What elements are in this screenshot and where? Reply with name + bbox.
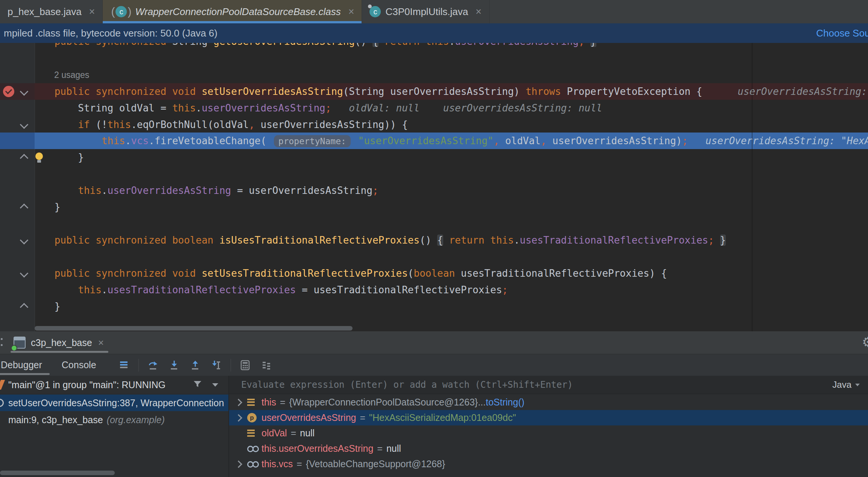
equals-sign: =: [280, 397, 286, 408]
tab-label: Console: [62, 360, 96, 370]
code-line: }: [31, 199, 60, 215]
evaluate-expression-button[interactable]: [238, 358, 252, 372]
code-token: userOverridesAsString): [546, 135, 682, 146]
frame-row[interactable]: setUserOverridesAsString:387, WrapperCon…: [0, 395, 228, 411]
code-token: }: [720, 235, 726, 246]
language-selector[interactable]: Java: [832, 379, 860, 390]
fold-down-icon[interactable]: [20, 120, 29, 129]
toolbar-separator: [231, 359, 231, 372]
value-icon: [247, 399, 255, 406]
close-icon[interactable]: ×: [348, 7, 354, 17]
code-token: propertyName:: [274, 135, 351, 147]
code-token: oldVal: [499, 135, 541, 146]
code-token: if: [78, 119, 96, 130]
tab-debugger[interactable]: Debugger: [0, 354, 44, 376]
class-icon: (: [111, 5, 115, 18]
code-editor[interactable]: public synchronized String getUserOverri…: [0, 23, 868, 331]
code-token: boolean: [414, 268, 455, 279]
code-line: this.usesTraditionalReflectiveProxies = …: [31, 282, 508, 298]
close-icon[interactable]: ×: [98, 337, 104, 349]
code-token: .: [102, 284, 108, 296]
expand-chevron-icon[interactable]: [235, 414, 242, 422]
equals-sign: =: [291, 428, 296, 439]
variable-kind-slot: [247, 430, 261, 437]
frame-row[interactable]: main:9, c3p_hex_base(org.example): [0, 411, 228, 428]
code-line: String oldVal = this.userOverridesAsStri…: [31, 100, 602, 116]
debug-tool-window: c3p_hex_base × Debugger Console "main"@1…: [0, 331, 868, 477]
watch-icon: [247, 461, 259, 467]
variable-row[interactable]: this={WrapperConnectionPoolDataSource@12…: [229, 395, 868, 410]
view-options-icon: [119, 360, 130, 371]
code-token: this: [78, 185, 102, 196]
run-to-cursor-icon: [211, 360, 222, 371]
fold-up-icon[interactable]: [20, 204, 29, 212]
breakpoint-icon[interactable]: [3, 86, 14, 97]
fold-down-icon[interactable]: [20, 236, 29, 245]
fold-up-icon[interactable]: [20, 154, 29, 163]
debug-session-tab[interactable]: c3p_hex_base ×: [14, 331, 104, 354]
code-token: return: [449, 235, 490, 246]
code-token: = usesTraditionalReflectiveProxies: [296, 284, 502, 296]
tab-c3p0implutils-java[interactable]: c C3P0ImplUtils.java ×: [362, 0, 489, 23]
variable-row[interactable]: oldVal=null: [229, 425, 868, 441]
code-token: }: [55, 301, 61, 312]
code-token: [714, 235, 720, 246]
gear-icon[interactable]: [862, 334, 868, 350]
code-token: userOverridesAsString: [202, 102, 325, 114]
code-token: this: [108, 119, 131, 130]
choose-sources-link[interactable]: Choose Sour: [816, 27, 868, 39]
frames-horizontal-scrollbar[interactable]: [0, 471, 115, 475]
step-out-button[interactable]: [188, 358, 202, 372]
step-over-button[interactable]: [146, 358, 160, 372]
equals-sign: =: [296, 459, 302, 469]
modified-dot-icon: [368, 5, 372, 8]
tab-hex-base-java[interactable]: p_hex_base.java ×: [0, 0, 103, 23]
tab-console[interactable]: Console: [59, 354, 99, 376]
fold-up-icon[interactable]: [20, 303, 29, 312]
code-token: [352, 135, 358, 146]
value-icon: [247, 430, 255, 437]
code-token: .fireVetoableChange(: [149, 135, 272, 146]
code-token: setUserOverridesAsString: [202, 86, 343, 97]
close-icon[interactable]: ×: [476, 7, 482, 17]
tool-window-header: c3p_hex_base ×: [0, 331, 868, 354]
fold-down-icon[interactable]: [20, 269, 29, 278]
decompiled-class-banner: mpiled .class file, bytecode version: 50…: [0, 23, 868, 43]
code-token: (String userOverridesAsString): [343, 86, 526, 97]
variable-row[interactable]: this.vcs={VetoableChangeSupport@1268}: [229, 456, 868, 472]
evaluate-input[interactable]: Evaluate expression (Enter) or add a wat…: [241, 379, 832, 390]
class-icon: ): [128, 5, 131, 18]
bulb-icon[interactable]: [35, 152, 43, 160]
code-token: ;: [325, 102, 331, 114]
equals-sign: =: [377, 443, 383, 454]
thread-selector[interactable]: "main"@1 in group "main": RUNNING: [0, 376, 228, 394]
tab-wrapper-connection-pool-datasource-base-class[interactable]: ( c ) WrapperConnectionPoolDataSourceBas…: [103, 0, 362, 23]
chevron-down-icon[interactable]: [212, 383, 218, 387]
variables-panel: Evaluate expression (Enter) or add a wat…: [229, 376, 868, 477]
expand-chevron-icon[interactable]: [235, 460, 242, 468]
editor-horizontal-scrollbar[interactable]: [35, 326, 353, 331]
code-token: ;: [502, 284, 508, 296]
filter-icon[interactable]: [193, 379, 202, 392]
run-to-cursor-button[interactable]: [209, 358, 223, 372]
code-token: PropertyVetoException {: [567, 86, 702, 97]
evaluate-expression-bar[interactable]: Evaluate expression (Enter) or add a wat…: [229, 376, 868, 394]
tostring-link[interactable]: toString(): [486, 397, 524, 408]
code-line: this.userOverridesAsString = userOverrid…: [31, 182, 379, 199]
variable-value: {VetoableChangeSupport@1268}: [306, 459, 445, 469]
variable-row[interactable]: userOverridesAsString="HexAsciiSerialize…: [229, 410, 868, 425]
variable-row[interactable]: this.userOverridesAsString=null: [229, 441, 868, 456]
code-token: = userOverridesAsString: [231, 185, 372, 196]
code-token: userOverridesAsString: [108, 185, 231, 196]
view-options-button[interactable]: [117, 358, 131, 372]
frames-panel: "main"@1 in group "main": RUNNING setUse…: [0, 376, 229, 477]
step-into-button[interactable]: [167, 358, 181, 372]
expand-chevron-icon[interactable]: [235, 399, 242, 406]
layout-settings-button[interactable]: [259, 358, 274, 372]
code-token: userOverridesAsString: "HexA: [705, 135, 868, 146]
step-out-icon: [190, 360, 201, 371]
variable-value: null: [386, 443, 401, 454]
code-token: this: [102, 135, 125, 146]
close-icon[interactable]: ×: [89, 7, 95, 17]
frame-label: main:9, c3p_hex_base: [8, 415, 103, 425]
